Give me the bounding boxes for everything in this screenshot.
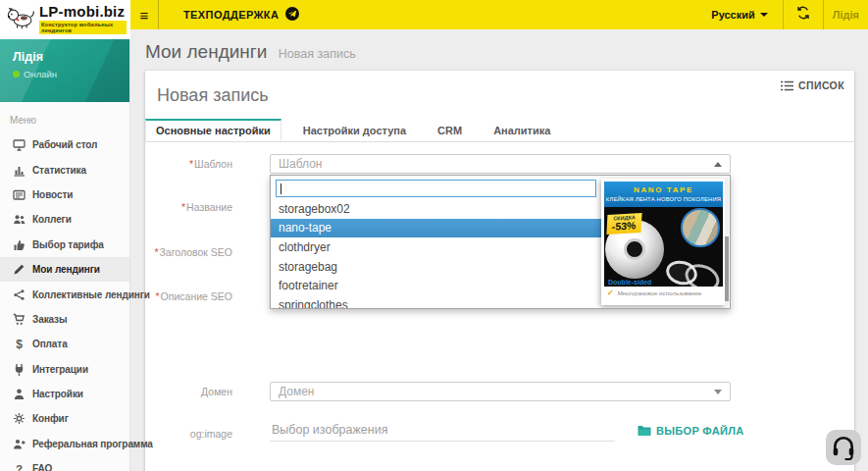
desktop-icon [13, 138, 26, 151]
plug-icon [13, 363, 26, 376]
page-title: Мои лендинги [145, 41, 267, 62]
sidebar-user-block: Лідія Онлайн [0, 39, 129, 102]
hamburger-menu-button[interactable]: ≡ [130, 0, 159, 29]
refresh-button[interactable] [784, 0, 823, 29]
sidebar-item-referral[interactable]: Реферальная программа [0, 432, 129, 456]
discount-badge: СКИДКА -53% [606, 213, 641, 234]
brand-name: LP-mobi.biz [39, 4, 127, 19]
support-button[interactable]: ТЕХПОДДЕРЖКА [159, 0, 317, 29]
dropdown-option-highlighted[interactable]: nano-tape [271, 219, 601, 238]
user-menu[interactable]: Лідія [824, 0, 868, 29]
domain-select[interactable]: Домен [270, 382, 731, 401]
list-button[interactable]: СПИСОК [781, 79, 844, 91]
og-image-input[interactable] [270, 418, 615, 442]
sidebar-menu: Рабочий стол Статистика Новости Коллеги … [0, 132, 129, 471]
tab-crm[interactable]: CRM [428, 119, 472, 141]
telegram-icon [285, 7, 299, 23]
sidebar: Лідія Онлайн Меню Рабочий стол Статистик… [0, 39, 130, 471]
check-icon: ✓ [607, 288, 614, 297]
question-icon: ? [13, 462, 26, 471]
brand-tagline: Конструктор мобильных лендингов [39, 21, 127, 34]
scrollbar-thumb[interactable] [725, 236, 729, 301]
person-icon [13, 388, 26, 400]
menu-section-label: Меню [10, 115, 129, 126]
sidebar-item-tariff[interactable]: Выбор тарифа [0, 233, 129, 257]
page-subtitle: Новая запись [279, 47, 356, 61]
sidebar-item-settings[interactable]: Настройки [0, 382, 129, 406]
news-icon [13, 188, 26, 201]
colleagues-icon [13, 213, 26, 226]
brand-logo[interactable]: LP-mobi.biz Конструктор мобильных лендин… [0, 0, 130, 39]
template-label: *Шаблон [145, 158, 232, 170]
sidebar-item-colleagues[interactable]: Коллеги [0, 207, 129, 232]
main-content: Мои лендинги Новая запись СПИСОК Новая з… [130, 29, 868, 471]
pencil-icon [13, 263, 26, 276]
sidebar-item-dashboard[interactable]: Рабочий стол [0, 132, 129, 157]
list-icon [781, 80, 793, 91]
template-select[interactable]: Шаблон [270, 154, 731, 174]
online-status-dot [13, 71, 20, 78]
template-dropdown: storagebox02 nano-tape clothdryer storag… [270, 175, 731, 309]
support-label: ТЕХПОДДЕРЖКА [183, 9, 279, 21]
preview-product-image: СКИДКА -53% Double-sided [604, 207, 723, 287]
sidebar-item-collective-landings[interactable]: Коллективные лендинги [0, 282, 129, 306]
new-record-card: СПИСОК Новая запись Основные настройки Н… [145, 71, 854, 471]
person-plus-icon [13, 438, 26, 450]
language-selector[interactable]: Русский [696, 0, 782, 29]
preview-header: NANO TAPE КЛЕЙКАЯ ЛЕНТА НОВОГО ПОКОЛЕНИЯ [604, 182, 723, 207]
dropdown-option[interactable]: storagebox02 [271, 199, 601, 219]
refresh-icon [796, 6, 810, 24]
dropdown-option[interactable]: storagebag [271, 257, 601, 277]
folder-icon [638, 425, 651, 437]
card-title: Новая запись [145, 71, 854, 106]
svg-text:?: ? [16, 463, 23, 471]
dropdown-scrollbar [725, 178, 729, 306]
dollar-icon: $ [13, 338, 26, 350]
bar-chart-icon [13, 164, 26, 177]
language-label: Русский [711, 9, 754, 21]
tab-access-settings[interactable]: Настройки доступа [293, 119, 416, 141]
tab-analytics[interactable]: Аналитика [484, 119, 560, 141]
tab-bar: Основные настройки Настройки доступа CRM… [145, 119, 854, 142]
sidebar-item-statistics[interactable]: Статистика [0, 157, 129, 182]
preview-feature-text: Многоразовое использование [618, 289, 702, 296]
template-preview: NANO TAPE КЛЕЙКАЯ ЛЕНТА НОВОГО ПОКОЛЕНИЯ… [601, 179, 726, 305]
dog-logo-icon [6, 6, 35, 33]
username-label: Лідія [833, 9, 859, 21]
sidebar-item-my-landings[interactable]: Мои лендинги [0, 257, 129, 282]
dropdown-option[interactable]: footretainer [271, 276, 601, 295]
dropdown-option[interactable]: springclothes [271, 295, 601, 309]
chevron-down-icon [760, 13, 768, 17]
preview-feature-row: ✓ Многоразовое использование [604, 287, 723, 299]
dropdown-option[interactable]: clothdryer [271, 237, 601, 257]
text-cursor [281, 183, 281, 194]
sidebar-item-integrations[interactable]: Интеграции [0, 357, 129, 382]
inset-photo [681, 208, 720, 247]
support-chat-widget[interactable] [826, 430, 861, 465]
share-icon [13, 288, 26, 301]
dropdown-search-input[interactable] [276, 180, 596, 197]
sidebar-item-news[interactable]: Новости [0, 183, 129, 207]
online-status-label: Онлайн [24, 69, 57, 79]
chevron-down-icon [714, 390, 722, 394]
preview-caption: Double-sided [608, 279, 651, 286]
headset-icon [831, 435, 856, 460]
seo-description-label: *Описание SEO [145, 290, 232, 302]
chevron-up-icon [714, 162, 722, 167]
svg-text:$: $ [16, 338, 23, 350]
app-root: LP-mobi.biz Конструктор мобильных лендин… [0, 0, 868, 471]
name-label: *Название [145, 201, 232, 213]
sidebar-item-payment[interactable]: $ Оплата [0, 332, 129, 356]
preview-subtitle: КЛЕЙКАЯ ЛЕНТА НОВОГО ПОКОЛЕНИЯ [606, 196, 721, 202]
sidebar-item-faq[interactable]: ? FAQ [0, 456, 129, 471]
seo-title-label: *Заголовок SEO [145, 246, 232, 258]
topbar: ≡ ТЕХПОДДЕРЖКА Русский [130, 0, 868, 29]
gear-icon [13, 412, 26, 425]
sidebar-user-name: Лідія [13, 50, 129, 64]
breadcrumb: Мои лендинги Новая запись [130, 29, 868, 63]
sidebar-item-config[interactable]: Конфиг [0, 406, 129, 431]
sidebar-item-orders[interactable]: Заказы [0, 307, 129, 332]
tab-main-settings[interactable]: Основные настройки [145, 119, 281, 141]
file-picker-button[interactable]: ВЫБОР ФАЙЛА [638, 425, 744, 437]
hamburger-icon: ≡ [140, 7, 149, 24]
